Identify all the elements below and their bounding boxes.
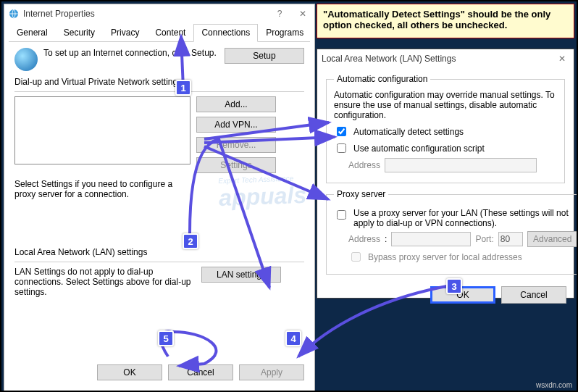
auto-detect-label: Automatically detect settings	[353, 127, 464, 137]
ok-button[interactable]: OK	[97, 364, 162, 380]
lan-section-label: Local Area Network (LAN) settings	[14, 247, 304, 257]
add-button[interactable]: Add...	[196, 96, 276, 112]
cancel-button[interactable]: Cancel	[168, 364, 233, 380]
advanced-button: Advanced	[527, 231, 578, 247]
tab-programs[interactable]: Programs	[258, 24, 311, 42]
lan-title-text: Local Area Network (LAN) Settings	[322, 54, 456, 64]
use-script-checkbox[interactable]	[337, 143, 346, 153]
use-proxy-label: Use a proxy server for your LAN (These s…	[353, 208, 578, 228]
title-text: Internet Properties	[23, 9, 95, 19]
lan-settings-dialog: Local Area Network (LAN) Settings ✕ Auto…	[317, 49, 574, 299]
auto-config-group: Automatic configuration Automatic config…	[326, 74, 565, 183]
step-marker-2: 2	[183, 233, 198, 249]
watermark: Expert Tech Assistance appuals	[218, 174, 307, 212]
port-label: Port:	[475, 234, 493, 244]
setup-text: To set up an Internet connection, click …	[43, 48, 219, 58]
credit: wsxdn.com	[536, 381, 572, 389]
tab-connections[interactable]: Connections	[193, 24, 258, 42]
script-address-input	[385, 158, 537, 172]
lan-cancel-button[interactable]: Cancel	[501, 286, 566, 304]
lan-close-button[interactable]: ✕	[550, 49, 574, 68]
port-input	[498, 232, 523, 246]
proxy-legend: Proxy server	[334, 189, 388, 199]
lan-ok-button[interactable]: OK	[430, 286, 495, 304]
instruction-note: "Automatically Detect Settings" should b…	[317, 4, 574, 38]
setup-button[interactable]: Setup	[225, 48, 304, 64]
address-label: Address	[348, 160, 380, 170]
tab-strip: GeneralSecurityPrivacyContentConnections…	[9, 23, 310, 42]
lan-settings-button[interactable]: LAN settings	[201, 267, 281, 283]
help-button[interactable]: ?	[268, 4, 291, 23]
proxy-group: Proxy server Use a proxy server for your…	[326, 189, 578, 275]
tab-general[interactable]: General	[9, 24, 56, 42]
use-script-label: Use automatic configuration script	[353, 143, 485, 154]
titlebar: Internet Properties ? ✕	[4, 4, 314, 23]
tab-content[interactable]: Content	[147, 24, 193, 42]
close-button[interactable]: ✕	[291, 4, 314, 23]
inet-icon	[9, 9, 19, 19]
tab-privacy[interactable]: Privacy	[103, 24, 147, 42]
globe-icon	[14, 48, 38, 71]
auto-text: Automatic configuration may override man…	[334, 90, 557, 120]
proxy-address-label: Address	[348, 234, 380, 244]
lan-titlebar: Local Area Network (LAN) Settings ✕	[317, 49, 574, 68]
config-text: Select Settings if you need to configure…	[14, 179, 196, 199]
bypass-label: Bypass proxy server for local addresses	[368, 252, 522, 262]
tab-security[interactable]: Security	[56, 24, 103, 42]
step-marker-3: 3	[446, 278, 462, 294]
auto-detect-checkbox[interactable]	[337, 127, 346, 136]
remove-button: Remove...	[196, 137, 276, 153]
step-marker-1: 1	[175, 80, 191, 96]
step-marker-4: 4	[285, 330, 301, 346]
apply-button: Apply	[239, 364, 304, 380]
proxy-address-input	[391, 232, 471, 246]
auto-legend: Automatic configuration	[334, 74, 430, 84]
use-proxy-checkbox[interactable]	[337, 210, 346, 220]
step-marker-5: 5	[158, 330, 174, 346]
dialup-label: Dial-up and Virtual Private Network sett…	[14, 77, 304, 87]
settings-button: Settings	[196, 157, 276, 173]
bypass-checkbox	[351, 252, 361, 262]
connections-listbox[interactable]	[14, 96, 190, 164]
lan-text: LAN Settings do not apply to dial-up con…	[14, 267, 196, 297]
add-vpn-button[interactable]: Add VPN...	[196, 117, 276, 133]
